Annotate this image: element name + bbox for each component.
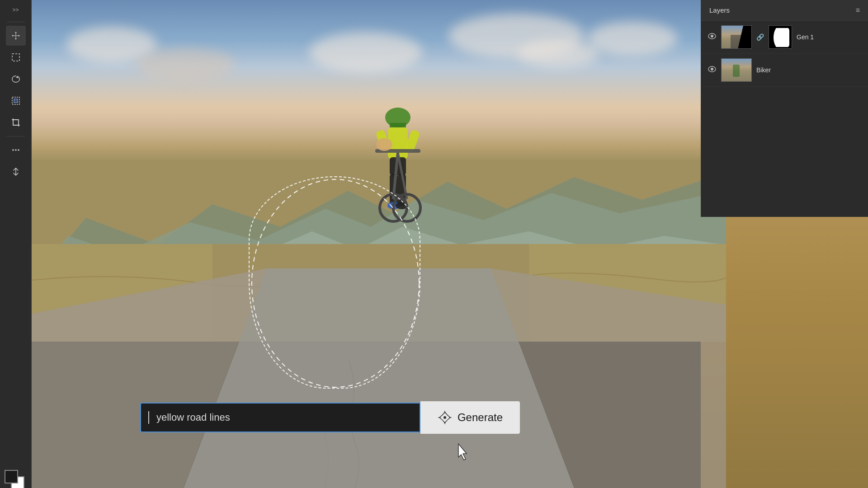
road-surface	[32, 268, 726, 488]
svg-point-34	[711, 35, 713, 38]
layer-thumbnail-biker	[721, 58, 752, 82]
lasso-tool-button[interactable]	[6, 69, 26, 89]
marquee-tool-button[interactable]	[6, 47, 26, 67]
crop-tool-icon	[11, 117, 21, 127]
svg-point-36	[711, 68, 713, 70]
svg-rect-27	[12, 54, 19, 61]
layer-visibility-biker[interactable]	[708, 66, 717, 74]
marquee-tool-icon	[11, 52, 21, 62]
toolbar-collapse-button[interactable]: >>	[7, 5, 25, 15]
svg-point-25	[376, 138, 392, 151]
lasso-tool-icon	[11, 74, 21, 84]
layer-thumbnail-gen1	[721, 25, 752, 49]
layer-visibility-gen1[interactable]	[708, 33, 717, 41]
move-tool-icon	[11, 31, 21, 41]
svg-rect-29	[14, 99, 18, 103]
more-tools-icon	[11, 145, 21, 155]
svg-point-37	[443, 416, 446, 419]
layers-panel: Layers ≡ 🔗 Gen 1	[701, 0, 868, 217]
foreground-color-swatch[interactable]	[5, 470, 18, 483]
svg-rect-10	[390, 123, 406, 127]
arrange-tool-icon	[11, 167, 21, 177]
layers-panel-title: Layers	[709, 6, 856, 14]
layer-row-gen1[interactable]: 🔗 Gen 1	[701, 21, 868, 54]
prompt-input-wrapper[interactable]	[140, 403, 420, 432]
generate-button[interactable]: Generate	[420, 401, 520, 434]
prompt-bar: Generate	[140, 401, 520, 434]
layers-menu-icon[interactable]: ≡	[856, 6, 860, 14]
cloud-5	[136, 48, 235, 80]
object-selection-button[interactable]	[6, 91, 26, 111]
generate-button-label: Generate	[458, 411, 503, 424]
prompt-input[interactable]	[149, 404, 420, 432]
toolbar-separator-1	[7, 22, 25, 22]
layers-panel-header: Layers ≡	[701, 0, 868, 21]
cloud-6	[587, 22, 678, 56]
biker-figure	[357, 99, 439, 262]
layer-name-gen1: Gen 1	[797, 33, 862, 41]
crop-tool-button[interactable]	[6, 113, 26, 132]
layer-chain-icon: 🔗	[756, 33, 764, 41]
move-tool-button[interactable]	[6, 26, 26, 46]
more-tools-button[interactable]	[6, 140, 26, 160]
svg-point-31	[15, 149, 17, 151]
object-selection-icon	[11, 96, 21, 106]
svg-point-32	[18, 149, 19, 151]
svg-point-30	[12, 149, 14, 151]
toolbar-separator-2	[7, 136, 25, 136]
layer-row-biker[interactable]: Biker	[701, 54, 868, 87]
cloud-4	[518, 40, 599, 67]
toolbar: >>	[0, 0, 32, 488]
layer-name-biker: Biker	[756, 66, 862, 74]
layer-mask-gen1	[769, 25, 792, 49]
arrange-tool-button[interactable]	[6, 162, 26, 182]
generate-icon	[438, 410, 452, 425]
cloud-3	[309, 32, 422, 73]
